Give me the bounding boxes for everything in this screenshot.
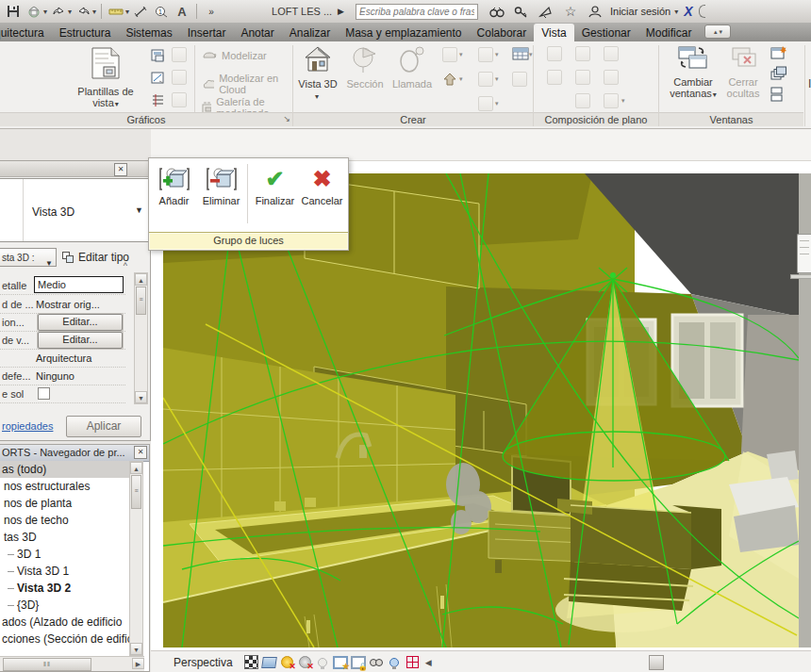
tree-item-vista-3d-2-current[interactable]: Vista 3D 2	[0, 580, 129, 597]
tree-item-3d-1[interactable]: 3D 1	[0, 546, 129, 563]
search-binoculars-icon[interactable]	[488, 3, 506, 20]
3d-view-button[interactable]: Vista 3D ▾	[297, 44, 339, 103]
text-icon[interactable]: A	[173, 3, 191, 20]
title-menu-arrow[interactable]: ▶	[338, 7, 344, 16]
edit-type-button[interactable]: Editar tipo	[62, 248, 129, 267]
lighting-icon[interactable]	[315, 655, 331, 669]
subscription-key-icon[interactable]	[512, 3, 531, 20]
aligned-dimension-icon[interactable]	[131, 3, 150, 20]
elevation-icon[interactable]	[442, 72, 457, 87]
tab-arquitectura[interactable]: quitectura	[0, 24, 52, 41]
type-selector[interactable]: Vista 3D ▼	[0, 178, 149, 242]
collapse-chevrons-icon[interactable]: ^	[124, 261, 126, 270]
visual-style-icon[interactable]	[261, 655, 277, 669]
ribbon-minimize-toggle[interactable]: ▴ ▾	[704, 25, 731, 39]
signin-label[interactable]: Iniciar sesión	[610, 6, 670, 17]
signin-dropdown[interactable]: ▾	[674, 8, 678, 16]
panel-label-crear[interactable]: Crear	[293, 112, 533, 126]
scroll-down-icon[interactable]: ▼	[130, 643, 142, 655]
edit-button[interactable]: Editar...	[38, 332, 123, 349]
schedules-icon[interactable]	[512, 47, 527, 62]
prop-row-visibility[interactable]: d de ... Mostrar orig...	[0, 295, 125, 314]
bar-collapse-icon[interactable]: ◀	[425, 658, 432, 667]
tree-item-alzados[interactable]: ados (Alzado de edificio	[0, 614, 129, 631]
cascade-windows-icon[interactable]	[770, 66, 786, 81]
prop-row-default-template[interactable]: defe... Ninguno	[0, 367, 125, 385]
displaced-elements-icon[interactable]	[405, 655, 421, 669]
browser-hscrollbar[interactable]: ‖‖ ▶	[0, 656, 144, 671]
switch-windows-button[interactable]: Cambiar ventanas ▾	[667, 44, 720, 101]
tab-colaborar[interactable]: Colaborar	[470, 24, 535, 41]
undo-dropdown[interactable]: ▾	[68, 8, 72, 16]
properties-header[interactable]: ✕	[0, 161, 150, 177]
tab-masa-emplazamiento[interactable]: Masa y emplazamiento	[338, 24, 469, 41]
prop-row-sun-path[interactable]: e sol	[0, 385, 125, 403]
exchange-apps-icon[interactable]: X	[684, 4, 692, 19]
scroll-up-icon[interactable]: ▲	[130, 462, 142, 474]
prop-row-discipline[interactable]: Arquitectura	[0, 349, 125, 368]
tab-anotar[interactable]: Anotar	[233, 24, 281, 41]
visibility-graphics-icon[interactable]	[151, 47, 166, 62]
undo-icon[interactable]	[49, 3, 68, 20]
search-input[interactable]	[356, 4, 478, 20]
communication-center-icon[interactable]	[537, 3, 555, 20]
finish-button[interactable]: ✔ Finalizar	[253, 163, 297, 221]
tag-by-category-icon[interactable]: 1	[152, 3, 171, 20]
hscroll-thumb[interactable]: ‖‖	[3, 658, 91, 671]
measure-icon[interactable]	[107, 3, 125, 20]
properties-help-link[interactable]: ropiedades	[2, 420, 53, 432]
show-hidden-lines-icon[interactable]	[151, 70, 166, 85]
toolbar-overflow-icon[interactable]: »	[202, 3, 221, 20]
cancel-button[interactable]: ✖ Cancelar	[300, 163, 344, 221]
default-3d-view-icon[interactable]	[25, 3, 43, 20]
crop-region-visibility-icon[interactable]: 🔒	[351, 655, 367, 669]
reveal-hidden-icon[interactable]	[387, 655, 403, 669]
prop-row-vg-overrides[interactable]: ion... Editar...	[0, 313, 125, 332]
panel-label-composicion[interactable]: Composición de plano	[534, 112, 658, 126]
view-templates-button[interactable]: Plantillas de vista ▾	[74, 44, 138, 110]
tab-analizar[interactable]: Analizar	[282, 24, 338, 41]
tree-item-planos-techo[interactable]: nos de techo	[0, 512, 129, 529]
project-browser-header[interactable]: ORTS - Navegador de pr... ✕	[0, 445, 149, 462]
panel-label-ventanas[interactable]: Ventanas	[659, 112, 803, 126]
tree-item-vista-3d-1[interactable]: Vista 3D 1	[0, 563, 129, 580]
redo-dropdown[interactable]: ▾	[92, 8, 96, 16]
panel-label-graficos[interactable]: Gráficos↘	[0, 112, 292, 126]
tab-sistemas[interactable]: Sistemas	[118, 24, 179, 41]
hscroll-right-icon[interactable]: ▶	[132, 658, 144, 669]
redo-icon[interactable]	[74, 3, 92, 20]
thin-lines-icon[interactable]	[151, 92, 166, 107]
shadows-icon[interactable]: ✕	[297, 655, 313, 669]
new-window-icon[interactable]	[770, 45, 786, 60]
tree-item-vistas-todo[interactable]: as (todo)	[0, 461, 129, 478]
save-icon[interactable]	[4, 3, 23, 20]
browser-close-icon[interactable]: ✕	[134, 446, 147, 459]
tile-windows-icon[interactable]	[770, 87, 786, 102]
edit-button[interactable]: Editar...	[38, 314, 123, 331]
help-icon-partial[interactable]	[699, 5, 705, 18]
apply-button[interactable]: Aplicar	[66, 416, 141, 437]
viewcube-fragment[interactable]	[797, 234, 811, 273]
measure-dropdown[interactable]: ▾	[125, 8, 129, 16]
tab-modificar[interactable]: Modificar	[638, 24, 700, 41]
prop-row-graphic-display[interactable]: de v... Editar...	[0, 331, 125, 350]
type-selector-dropdown[interactable]: ▼	[135, 205, 143, 215]
scroll-down-icon[interactable]: ▼	[135, 391, 147, 403]
tree-item-secciones[interactable]: cciones (Sección de edific	[0, 631, 129, 647]
properties-close-icon[interactable]: ✕	[114, 163, 127, 176]
temporary-hide-isolate-icon[interactable]	[369, 655, 385, 669]
sun-settings-icon[interactable]: ✕	[279, 655, 295, 669]
tab-vista[interactable]: Vista	[534, 24, 573, 41]
scroll-thumb[interactable]: ≡	[131, 475, 141, 509]
tree-item-planos-estructurales[interactable]: nos estructurales	[0, 478, 129, 495]
add-light-button[interactable]: Añadir	[152, 163, 196, 221]
sun-path-checkbox[interactable]	[38, 387, 50, 400]
prop-row-detail-level[interactable]: etalle Medio	[0, 276, 125, 295]
browser-scrollbar[interactable]: ▲ ≡ ▼	[129, 461, 143, 656]
dialog-launcher-icon[interactable]: ↘	[283, 112, 290, 125]
remove-light-button[interactable]: Eliminar	[199, 163, 243, 221]
tree-item-3d-default[interactable]: {3D}	[0, 597, 129, 614]
tree-item-planos-planta[interactable]: nos de planta	[0, 495, 129, 512]
scroll-up-icon[interactable]: ▲	[135, 273, 147, 286]
default-3d-view-dropdown[interactable]: ▾	[43, 8, 47, 16]
